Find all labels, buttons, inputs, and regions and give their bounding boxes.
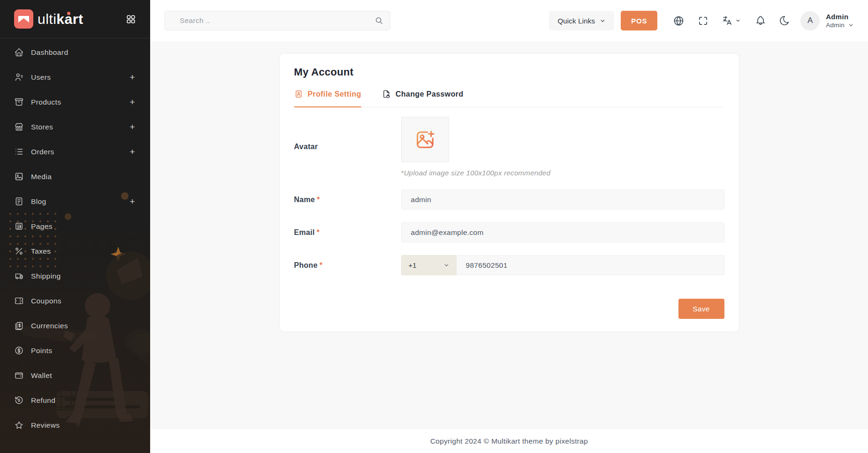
expand-plus-icon[interactable]: + [130, 197, 136, 206]
brand-logo-icon [14, 9, 33, 29]
pages-icon [14, 221, 24, 231]
name-row: Name* [294, 189, 724, 210]
search-input[interactable] [164, 11, 390, 30]
sidebar-toggle-grid-icon[interactable] [126, 14, 136, 24]
tab-change-password[interactable]: Change Password [382, 90, 464, 107]
sidebar-item-reviews[interactable]: Reviews [0, 413, 150, 438]
search-bar [164, 11, 390, 30]
phone-row: Phone* +1 [294, 255, 724, 275]
email-row: Email* [294, 222, 724, 242]
home-icon [14, 47, 24, 57]
sidebar-item-wallet[interactable]: Wallet [0, 363, 150, 388]
save-button[interactable]: Save [678, 299, 724, 319]
fullscreen-icon[interactable] [698, 15, 708, 26]
expand-plus-icon[interactable]: + [130, 122, 136, 131]
sidebar-item-coupons[interactable]: Coupons [0, 288, 150, 313]
sidebar-item-taxes[interactable]: Taxes [0, 239, 150, 264]
quick-links-button[interactable]: Quick Links [549, 11, 614, 30]
tab-profile-setting[interactable]: Profile Setting [294, 90, 361, 107]
truck-icon [14, 271, 24, 281]
pos-button[interactable]: POS [621, 11, 657, 30]
chevron-down-icon [735, 18, 741, 23]
chevron-down-icon [848, 22, 854, 28]
dark-mode-moon-icon[interactable] [779, 15, 790, 26]
required-asterisk: * [317, 196, 320, 204]
orders-list-icon [14, 147, 24, 157]
products-icon [14, 97, 24, 107]
star-icon [14, 420, 24, 430]
phone-country-select[interactable]: +1 [401, 255, 457, 275]
sidebar-item-pages[interactable]: Pages [0, 214, 150, 239]
sidebar-item-refund[interactable]: Refund [0, 388, 150, 413]
expand-plus-icon[interactable]: + [130, 73, 136, 82]
my-account-card: My Account Profile Setting Change Passwo… [280, 54, 739, 331]
blog-icon [14, 196, 24, 206]
account-tabs: Profile Setting Change Password [294, 90, 724, 107]
wallet-icon [14, 370, 24, 380]
sidebar-item-points[interactable]: Points [0, 338, 150, 363]
chevron-down-icon [443, 262, 449, 268]
page-title: My Account [294, 66, 724, 78]
copyright-text: Copyright 2024 © Multikart theme by pixe… [430, 437, 588, 445]
notifications-bell-icon[interactable] [755, 15, 766, 26]
photo-plus-icon [414, 129, 436, 151]
sidebar-item-stores[interactable]: Stores + [0, 114, 150, 139]
sidebar: ultikart Dashboard Users + Products + St… [0, 0, 150, 453]
avatar-upload-box[interactable] [401, 117, 449, 162]
sidebar-item-products[interactable]: Products + [0, 90, 150, 114]
name-input[interactable] [401, 189, 724, 210]
currency-note-icon [14, 321, 24, 331]
sidebar-item-media[interactable]: Media [0, 164, 150, 189]
globe-icon[interactable] [673, 15, 685, 27]
user-avatar[interactable]: A [800, 11, 820, 30]
content-area: My Account Profile Setting Change Passwo… [150, 41, 868, 429]
store-icon [14, 122, 24, 132]
user-menu[interactable]: Admin Admin [826, 13, 854, 29]
file-lock-icon [382, 90, 391, 98]
required-asterisk: * [317, 228, 320, 236]
avatar-row: Avatar [294, 117, 724, 177]
percent-icon [14, 246, 24, 256]
ticket-icon [14, 296, 24, 306]
footer: Copyright 2024 © Multikart theme by pixe… [150, 429, 868, 453]
sidebar-item-blog[interactable]: Blog + [0, 189, 150, 214]
required-asterisk: * [320, 261, 323, 269]
brand-logo[interactable]: ultikart [14, 9, 83, 29]
topbar: Quick Links POS A Admin [150, 0, 868, 41]
avatar-label: Avatar [294, 143, 401, 151]
user-name: Admin [826, 13, 854, 21]
refund-icon [14, 395, 24, 405]
topbar-controls: Quick Links POS A Admin [549, 11, 854, 30]
name-label: Name* [294, 196, 401, 204]
sidebar-item-currencies[interactable]: Currencies [0, 313, 150, 338]
expand-plus-icon[interactable]: + [130, 147, 136, 156]
sidebar-item-dashboard[interactable]: Dashboard [0, 40, 150, 65]
users-icon [14, 72, 24, 82]
user-role: Admin [826, 22, 845, 29]
avatar-upload-hint: *Upload image size 100x100px recommended [401, 169, 724, 177]
profile-form: Avatar [294, 107, 724, 319]
sidebar-item-users[interactable]: Users + [0, 65, 150, 90]
sidebar-item-orders[interactable]: Orders + [0, 139, 150, 164]
brand-logo-text: ultikart [38, 11, 83, 27]
email-input[interactable] [401, 222, 724, 242]
sidebar-nav: Dashboard Users + Products + Stores + Or… [0, 38, 150, 438]
sidebar-item-shipping[interactable]: Shipping [0, 264, 150, 288]
email-label: Email* [294, 228, 401, 237]
expand-plus-icon[interactable]: + [130, 98, 136, 106]
media-image-icon [14, 172, 24, 181]
phone-label: Phone* [294, 261, 401, 270]
search-icon[interactable] [374, 16, 384, 25]
id-badge-icon [294, 90, 303, 98]
phone-input[interactable] [457, 255, 724, 275]
sidebar-logo-row: ultikart [0, 0, 150, 38]
chevron-down-icon [600, 18, 606, 24]
coin-icon [14, 346, 24, 355]
language-icon[interactable] [722, 15, 741, 26]
